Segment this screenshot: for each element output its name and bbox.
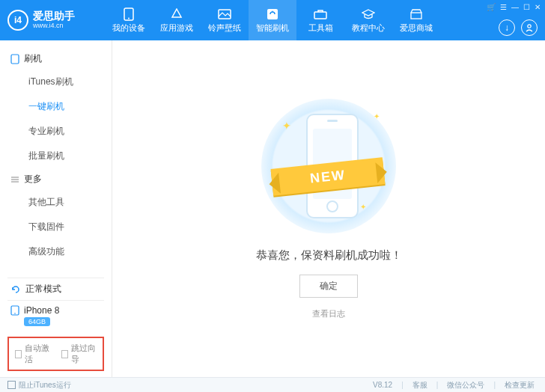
device-row[interactable]: iPhone 8 64GB bbox=[7, 300, 104, 331]
nav-tutorials[interactable]: 教程中心 bbox=[344, 0, 392, 40]
top-nav: 我的设备 应用游戏 铃声壁纸 智能刷机 工具箱 教程中心 爱思商城 bbox=[105, 0, 440, 40]
nav-label: 工具箱 bbox=[308, 22, 333, 34]
svg-rect-7 bbox=[11, 55, 19, 64]
nav-label: 应用游戏 bbox=[160, 22, 193, 34]
nav-smart-flash[interactable]: 智能刷机 bbox=[249, 0, 296, 40]
flash-icon bbox=[266, 7, 279, 21]
app-icon bbox=[170, 7, 183, 21]
block-itunes-checkbox[interactable]: 阻止iTunes运行 bbox=[7, 380, 71, 391]
nav-label: 教程中心 bbox=[352, 22, 385, 34]
brand-logo-icon: i4 bbox=[7, 10, 28, 31]
device-name: iPhone 8 bbox=[24, 305, 59, 316]
version-label: V8.12 bbox=[370, 381, 395, 389]
sidebar-item-batch-flash[interactable]: 批量刷机 bbox=[0, 144, 112, 168]
support-link[interactable]: 客服 bbox=[409, 380, 430, 391]
sidebar-item-itunes-flash[interactable]: iTunes刷机 bbox=[0, 70, 112, 94]
svg-point-1 bbox=[128, 17, 130, 19]
maximize-icon[interactable]: ☐ bbox=[523, 3, 530, 11]
sidebar-item-pro-flash[interactable]: 专业刷机 bbox=[0, 119, 112, 144]
close-icon[interactable]: ✕ bbox=[535, 3, 541, 11]
sparkle-icon: ✦ bbox=[360, 203, 366, 211]
sidebar: 刷机 iTunes刷机 一键刷机 专业刷机 批量刷机 更多 其他工具 下载固件 … bbox=[0, 40, 112, 377]
toolbox-icon bbox=[314, 7, 327, 21]
nav-my-device[interactable]: 我的设备 bbox=[105, 0, 153, 40]
brand: i4 爱思助手 www.i4.cn bbox=[7, 10, 105, 31]
image-icon bbox=[218, 7, 231, 21]
user-icon[interactable] bbox=[521, 19, 538, 36]
settings-icon[interactable]: ☰ bbox=[500, 3, 507, 11]
cart-icon[interactable]: 🛒 bbox=[487, 3, 496, 11]
mode-label: 正常模式 bbox=[25, 283, 61, 295]
sparkle-icon: ✦ bbox=[282, 120, 291, 132]
nav-label: 铃声壁纸 bbox=[208, 22, 241, 34]
svg-point-9 bbox=[14, 313, 16, 314]
sidebar-heading-label: 更多 bbox=[24, 173, 42, 186]
nav-label: 我的设备 bbox=[112, 22, 145, 34]
sidebar-item-download-firmware[interactable]: 下载固件 bbox=[0, 215, 112, 239]
footer: 阻止iTunes运行 V8.12| 客服| 微信公众号| 检查更新 bbox=[0, 377, 545, 392]
phone-outline-icon bbox=[10, 54, 19, 64]
device-icon bbox=[10, 305, 19, 316]
download-icon[interactable]: ↓ bbox=[499, 19, 515, 36]
storage-badge: 64GB bbox=[24, 317, 50, 326]
skip-guide-checkbox[interactable]: 跳过向导 bbox=[61, 343, 97, 365]
svg-rect-4 bbox=[314, 12, 326, 19]
success-message: 恭喜您，保资料刷机成功啦！ bbox=[256, 248, 402, 263]
auto-activate-checkbox[interactable]: 自动激活 bbox=[15, 343, 51, 365]
main-panel: ✦ ✦ ✦ NEW 恭喜您，保资料刷机成功啦！ 确定 查看日志 bbox=[112, 40, 545, 377]
phone-icon bbox=[122, 7, 136, 21]
brand-subtitle: www.i4.cn bbox=[33, 22, 75, 30]
sidebar-heading-flash: 刷机 bbox=[0, 48, 112, 70]
topbar: i4 爱思助手 www.i4.cn 我的设备 应用游戏 铃声壁纸 智能刷机 工具… bbox=[0, 0, 545, 40]
window-controls: 🛒 ☰ — ☐ ✕ bbox=[487, 3, 541, 11]
user-area: ↓ bbox=[499, 19, 538, 36]
graduation-icon bbox=[362, 7, 375, 21]
sidebar-heading-label: 刷机 bbox=[24, 52, 42, 65]
sidebar-item-advanced[interactable]: 高级功能 bbox=[0, 239, 112, 264]
store-icon bbox=[409, 7, 423, 21]
sparkle-icon: ✦ bbox=[374, 112, 380, 120]
brand-title: 爱思助手 bbox=[33, 10, 75, 22]
sidebar-heading-more: 更多 bbox=[0, 168, 112, 190]
success-illustration: ✦ ✦ ✦ NEW bbox=[261, 99, 396, 233]
more-icon bbox=[10, 175, 19, 184]
svg-rect-5 bbox=[411, 13, 421, 19]
nav-ringtone-wallpaper[interactable]: 铃声壁纸 bbox=[201, 0, 249, 40]
svg-point-6 bbox=[528, 25, 531, 28]
nav-store[interactable]: 爱思商城 bbox=[392, 0, 440, 40]
nav-label: 爱思商城 bbox=[400, 22, 433, 34]
wechat-link[interactable]: 微信公众号 bbox=[444, 380, 487, 391]
ok-button[interactable]: 确定 bbox=[299, 275, 358, 298]
mode-row[interactable]: 正常模式 bbox=[7, 278, 104, 300]
nav-apps-games[interactable]: 应用游戏 bbox=[153, 0, 201, 40]
refresh-icon bbox=[10, 284, 21, 295]
minimize-icon[interactable]: — bbox=[511, 3, 519, 11]
nav-toolbox[interactable]: 工具箱 bbox=[296, 0, 344, 40]
sidebar-item-oneclick-flash[interactable]: 一键刷机 bbox=[0, 94, 112, 119]
sidebar-item-other-tools[interactable]: 其他工具 bbox=[0, 190, 112, 215]
post-flash-options: 自动激活 跳过向导 bbox=[7, 337, 104, 371]
nav-label: 智能刷机 bbox=[256, 22, 289, 34]
check-update-link[interactable]: 检查更新 bbox=[502, 380, 538, 391]
view-log-link[interactable]: 查看日志 bbox=[312, 308, 345, 319]
